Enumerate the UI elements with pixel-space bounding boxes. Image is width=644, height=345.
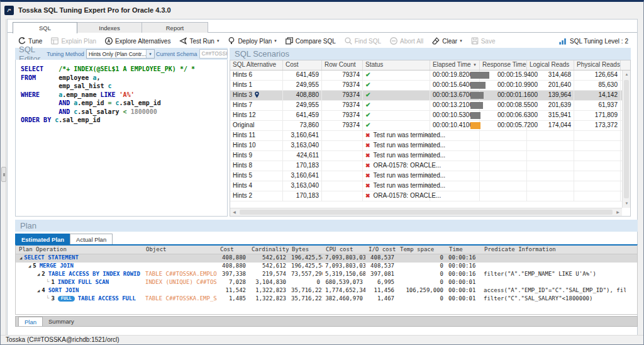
scenario-elapsed [430, 141, 480, 150]
plan-time: 00:00:01 [446, 295, 481, 303]
plan-io: 408,537 [365, 263, 397, 271]
column-header-physical-reads[interactable]: Physical Reads [574, 60, 621, 70]
plan-column-header-cardinality[interactable]: Cardinality [248, 246, 289, 254]
explain-plan-icon [50, 37, 59, 45]
chevron-down-icon[interactable]: ▾ [146, 50, 154, 58]
plan-column-header-cost[interactable]: Cost [217, 246, 248, 254]
column-header-row-count[interactable]: Row Count [322, 60, 363, 70]
tab-plan-bottom[interactable]: Plan [18, 317, 43, 326]
deploy-plan-button[interactable]: Deploy Plan▾ [227, 37, 276, 45]
plan-row[interactable]: ◢4SORT JOIN11,5421,322,82335,716,2211,77… [16, 287, 637, 295]
plan-column-header-object[interactable]: Object [143, 246, 217, 254]
explore-alternatives-button[interactable]: Explore Alternatives [104, 37, 170, 45]
scenario-row[interactable]: Hints 43,163,040✖Test run was terminated… [230, 181, 622, 191]
compare-sql-button[interactable]: Compare SQL [285, 37, 336, 45]
scenario-name: Hints 8 [230, 161, 283, 171]
plan-row[interactable]: ◢5MERGE JOIN408,880542,612196,425,5447,0… [16, 263, 637, 271]
horizontal-scroll-thumb[interactable] [240, 210, 613, 215]
current-schema-input[interactable]: C##TOSSKA [199, 49, 228, 59]
column-header-cost[interactable]: Cost [283, 60, 322, 70]
plan-column-header-cpu-cost[interactable]: CPU cost [323, 246, 365, 254]
scenario-row[interactable]: Hints 7249,95579374✔00:00:13.210000:00:0… [230, 101, 622, 111]
scroll-up-icon[interactable]: ▲ [623, 71, 631, 79]
scenario-response: 00:00:06.6300 [480, 111, 527, 120]
chevron-down-icon[interactable]: ▾ [217, 38, 219, 43]
status-more-link[interactable]: > [425, 182, 428, 188]
tab-indexes[interactable]: Indexes [77, 22, 142, 33]
scenario-row-count [322, 191, 363, 201]
plan-bytes: 196,425,544 [289, 263, 323, 271]
title-bar[interactable]: /* Tosska SQL Tuning Expert Pro for Orac… [1, 2, 643, 18]
plan-column-header-time[interactable]: Time [446, 246, 481, 254]
tab-report[interactable]: Report [142, 22, 208, 33]
scenario-row[interactable]: Hints 9424,611✖Test run was terminated..… [230, 151, 622, 161]
plan-row[interactable]: └3FULLTABLE ACCESS FULLTABLE C##TOSSKA.E… [16, 295, 637, 303]
scroll-left-icon[interactable]: ◀ [230, 208, 238, 217]
scenario-row[interactable]: Hints 3408,88079374✔00:00:13.670000:00:0… [230, 91, 622, 101]
left-panel-splitter[interactable] [1, 19, 6, 336]
plan-column-header-i-o-cost[interactable]: I/O cost [365, 246, 397, 254]
tree-expand-icon[interactable]: ◢ [19, 256, 22, 261]
tab-sql[interactable]: SQL [13, 22, 77, 33]
plan-bytes: 196,425,544 [289, 254, 323, 263]
explain-plan-button: Explain Plan [50, 37, 96, 45]
scenario-logical-reads: 201,639 [527, 101, 574, 110]
plan-bottom-tab-strip: PlanSummary [15, 316, 638, 327]
scenario-row[interactable]: Hints 8170,183✖ORA-01578: ORACLE... [230, 161, 622, 171]
scenario-cost: 170,183 [283, 191, 322, 201]
scenario-response [480, 141, 527, 150]
status-more-link[interactable]: > [425, 172, 428, 178]
scroll-right-icon[interactable]: ▶ [614, 208, 622, 217]
scenario-row[interactable]: Hints 6641,45979374✔00:00:19.820000:00:1… [230, 71, 622, 81]
column-header-response-time[interactable]: Response Time [480, 60, 527, 70]
scenario-row[interactable]: Hints 103,163,040✖Test run was terminate… [230, 141, 622, 151]
plan-column-header-predicate-information[interactable]: Predicate Information [481, 246, 626, 254]
plan-column-header-bytes[interactable]: Bytes [289, 246, 323, 254]
scenario-row[interactable]: Hints 53,160,641✖Test run was terminated… [230, 171, 622, 181]
horizontal-scrollbar[interactable]: ◀ ▶ [230, 208, 622, 216]
tree-expand-icon[interactable]: ◢ [28, 264, 31, 269]
column-header-elapsed-time[interactable]: Elapsed Time▼ [430, 60, 480, 70]
column-header-logical-reads[interactable]: Logical Reads [527, 60, 574, 70]
scenario-status: ✖Test run was terminated...> [363, 171, 430, 181]
success-check-icon: ✔ [365, 81, 370, 88]
test-run-button[interactable]: Test Run▾ [179, 37, 219, 45]
column-header-sql-alternative[interactable]: SQL Alternative [230, 60, 283, 70]
tree-expand-icon[interactable]: ◢ [37, 272, 40, 277]
plan-column-header-temp-space[interactable]: Temp space [397, 246, 446, 254]
clear-label: Clear [442, 38, 457, 45]
sql-code-editor[interactable]: SELECT /*+ INDEX(@SEL$1 A EMPLOYEE_PK) *… [15, 60, 228, 217]
column-header-status[interactable]: Status [363, 60, 430, 70]
scenario-row[interactable]: Hints 12641,45979374✔00:00:10.530000:00:… [230, 111, 622, 121]
plan-row[interactable]: └1INDEX FULL SCANINDEX (UNIQUE) C##TOSSK… [16, 279, 637, 287]
tuning-method-select[interactable]: Hints Only (Plan Contr... ▾ [86, 49, 155, 59]
scenario-cost: 641,459 [283, 111, 322, 120]
scroll-down-icon[interactable]: ▼ [623, 200, 631, 208]
plan-row[interactable]: ◢2TABLE ACCESS BY INDEX ROWIDTABLE C##TO… [16, 271, 637, 279]
scenario-name: Hints 4 [230, 181, 283, 191]
plan-temp: 0 [397, 254, 446, 263]
plan-row[interactable]: ◢SELECT STATEMENT408,880542,612196,425,5… [16, 254, 637, 263]
splitter-grip[interactable] [1, 167, 6, 182]
scenario-row[interactable]: Hints 1249,95579374✔00:00:15.640000:00:1… [230, 81, 622, 91]
tab-actual-plan[interactable]: Actual Plan [70, 234, 113, 244]
status-more-link[interactable]: > [425, 132, 428, 138]
sql-code-line: ORDER BY c.sal_emp_id [21, 116, 227, 125]
tab-summary-bottom[interactable]: Summary [43, 317, 80, 326]
tab-estimated-plan[interactable]: Estimated Plan [15, 234, 70, 244]
plan-column-header-plan-operation[interactable]: Plan Operation [16, 246, 143, 254]
scenario-row[interactable]: Original73,86079374✔00:00:10.410000:00:0… [230, 121, 622, 131]
error-cross-icon: ✖ [365, 152, 370, 159]
chevron-down-icon[interactable]: ▾ [460, 38, 462, 43]
vertical-scrollbar[interactable]: ▲ ▼ [622, 71, 630, 208]
abort-all-button: Abort All [389, 37, 423, 45]
clear-button[interactable]: Clear▾ [431, 37, 462, 45]
scenario-row[interactable]: Hints 113,160,641✖Test run was terminate… [230, 131, 622, 141]
tree-expand-icon[interactable]: ◢ [37, 288, 40, 293]
vertical-scroll-thumb[interactable] [624, 80, 629, 198]
status-more-link[interactable]: > [425, 152, 428, 158]
scenario-row[interactable]: Hints 2170,183✖ORA-01578: ORACLE... [230, 191, 622, 201]
status-more-link[interactable]: > [425, 142, 428, 148]
chevron-down-icon[interactable]: ▾ [274, 38, 277, 43]
success-check-icon: ✔ [365, 101, 370, 108]
